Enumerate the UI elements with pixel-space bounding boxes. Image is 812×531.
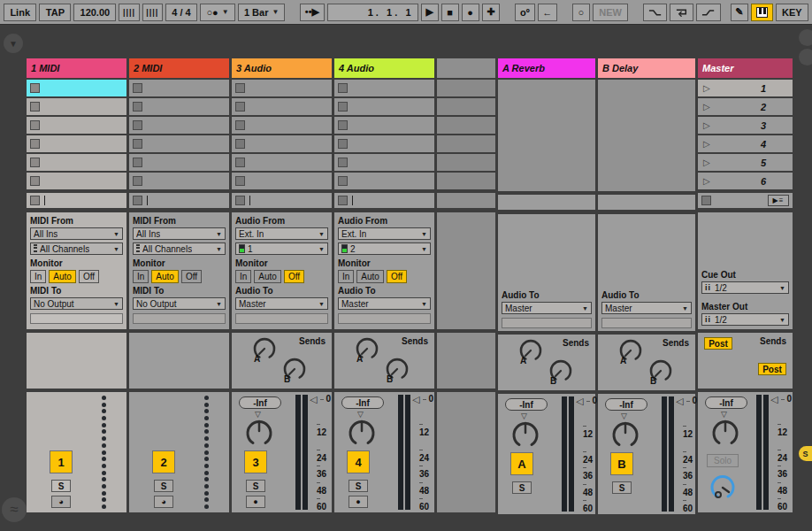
clip-stop-button[interactable] [338,120,348,130]
clip-stop-button[interactable] [235,102,245,112]
output-type-chooser[interactable]: Master▼ [502,302,592,314]
clip-slot[interactable] [232,135,332,152]
monitor-off-button[interactable]: Off [79,270,99,283]
input-type-chooser[interactable]: Ext. In▼ [235,227,328,240]
monitor-off-button[interactable]: Off [284,270,304,283]
cue-out-chooser[interactable]: ii1/2▼ [701,281,789,294]
stop-button[interactable]: ■ [441,4,459,21]
track-header[interactable]: Master [698,58,793,78]
clip-slot[interactable] [334,173,434,189]
solo-button[interactable]: S [349,480,368,492]
clip-stop-button[interactable] [30,176,40,186]
scene-slot[interactable]: ▷6 [698,173,793,189]
clip-slot[interactable] [232,173,332,189]
scene-slot[interactable]: ▷1 [698,80,793,96]
monitor-in-button[interactable]: In [133,270,149,283]
volume-display[interactable]: -Inf [239,396,281,409]
volume-knob[interactable] [243,417,275,449]
clip-slot[interactable] [27,154,126,171]
clip-stop-button[interactable] [133,176,142,186]
draw-mode-button[interactable]: ✎ [731,4,749,21]
clip-stop-button[interactable] [133,120,142,130]
clip-stop-button[interactable] [338,158,348,167]
clip-stop-button[interactable] [30,102,40,112]
send-a-pre-post-toggle[interactable]: Post [704,337,732,350]
solo-button[interactable]: S [246,480,265,492]
track-activator[interactable]: 4 [347,450,370,473]
clip-stop-button[interactable] [133,83,142,93]
clip-stop-button[interactable] [30,158,40,167]
solo-button[interactable]: S [51,480,71,492]
clip-slot[interactable] [334,98,434,115]
back-to-arrangement-session-button[interactable]: ▶≡ [768,195,789,206]
play-button[interactable]: ▶ [421,4,439,21]
input-channel-chooser[interactable]: 2▼ [338,242,431,255]
scene-slot[interactable]: ▷4 [698,135,793,152]
clip-slot[interactable] [129,117,229,134]
clip-slot[interactable] [334,135,434,152]
track-activator[interactable]: B [610,452,633,475]
input-type-chooser[interactable]: All Ins▼ [133,227,226,240]
arm-button[interactable]: ● [246,496,265,508]
clip-slot[interactable] [334,80,434,96]
automation-curve-icon[interactable] [696,4,720,21]
fade-curve-icon[interactable] [643,4,667,21]
solo-button[interactable]: S [612,481,632,494]
volume-knob[interactable] [609,419,641,450]
send-a-knob[interactable]: A [354,335,380,362]
monitor-auto-button[interactable]: Auto [49,270,76,283]
clip-stop-button[interactable] [235,158,245,167]
scroll-control-icon[interactable] [799,29,812,46]
clip-stop-button[interactable] [338,102,348,112]
master-out-chooser[interactable]: ii1/2▼ [701,313,789,326]
track-activator[interactable]: 3 [244,450,267,473]
monitor-in-button[interactable]: In [30,270,46,283]
stop-clips-button[interactable] [235,196,245,205]
solo-button[interactable]: S [154,480,173,492]
show-hide-overview-button[interactable]: ▼ [4,34,23,53]
track-header[interactable]: 4 Audio [334,58,434,78]
monitor-in-button[interactable]: In [235,270,251,283]
output-type-chooser[interactable]: Master▼ [601,302,692,314]
scene-slot[interactable]: ▷2 [698,98,793,115]
clip-slot[interactable] [27,117,126,134]
arm-button[interactable]: ◕ [154,496,173,508]
monitor-in-button[interactable]: In [338,270,354,283]
send-b-knob[interactable]: B [281,356,308,382]
scene-play-icon[interactable]: ▷ [703,83,710,93]
arm-button[interactable]: ◕ [51,496,71,508]
track-header[interactable]: 1 MIDI [27,58,126,78]
output-type-chooser[interactable]: No Output▼ [133,297,226,310]
link-button[interactable]: Link [4,4,36,21]
input-type-chooser[interactable]: All Ins▼ [30,227,123,240]
scene-play-icon[interactable]: ▷ [703,102,710,112]
volume-knob[interactable] [346,417,378,449]
clip-stop-button[interactable] [133,158,142,167]
clip-stop-button[interactable] [133,102,142,112]
track-header[interactable]: A Reverb [498,58,595,78]
track-header[interactable]: B Delay [598,58,695,78]
clip-stop-button[interactable] [235,176,245,186]
session-record-button[interactable]: ○ [572,4,590,21]
monitor-auto-button[interactable]: Auto [254,270,281,283]
clip-stop-button[interactable] [338,176,348,186]
clip-slot[interactable] [129,154,229,171]
input-channel-chooser[interactable]: All Channels▼ [30,242,123,255]
output-type-chooser[interactable]: No Output▼ [30,297,123,310]
send-b-pre-post-toggle[interactable]: Post [758,363,786,375]
track-activator[interactable]: 1 [50,450,73,473]
scene-play-icon[interactable]: ▷ [703,139,710,149]
clip-slot[interactable] [27,173,126,189]
clip-stop-button[interactable] [235,83,245,93]
clip-slot-selected[interactable] [27,80,126,96]
clip-stop-button[interactable] [338,83,348,93]
stop-clips-button[interactable] [30,196,40,205]
clip-slot[interactable] [129,80,229,96]
clip-stop-button[interactable] [30,139,40,149]
clip-stop-button[interactable] [338,139,348,149]
send-b-knob[interactable]: B [548,358,574,384]
cue-volume-knob[interactable] [709,473,737,502]
clip-stop-button[interactable] [30,120,40,130]
send-a-knob[interactable]: A [617,337,644,364]
clip-slot[interactable] [27,135,126,152]
